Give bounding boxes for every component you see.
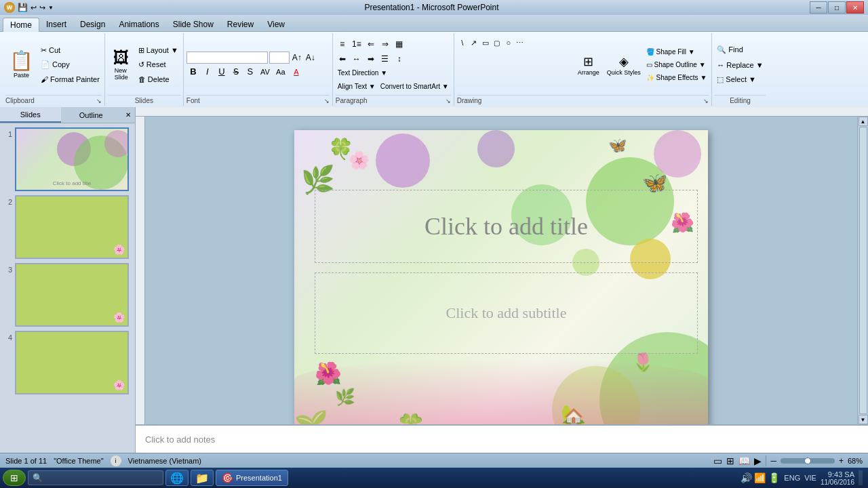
right-scrollbar[interactable]: ▲ ▼ (857, 117, 868, 424)
font-name-input[interactable] (186, 52, 268, 64)
outline-tab[interactable]: Outline (61, 107, 122, 123)
justify-btn[interactable]: ☰ (378, 52, 392, 66)
align-text-btn[interactable]: Align Text ▼ (336, 81, 378, 93)
increase-font-btn[interactable]: A↑ (291, 52, 303, 64)
convert-smartart-btn[interactable]: Convert to SmartArt ▼ (378, 81, 451, 93)
shape-line[interactable]: \ (457, 37, 468, 48)
slideshow-view-btn[interactable]: ▶ (754, 455, 762, 466)
decrease-font-btn[interactable]: A↓ (304, 52, 317, 64)
tab-home[interactable]: Home (3, 18, 39, 32)
font-color-btn[interactable]: A (289, 65, 304, 79)
tray-icons: 🔊 📶 🔋 (741, 472, 781, 483)
format-painter-btn[interactable]: 🖌 Format Painter (39, 73, 102, 86)
arrange-btn[interactable]: ⊞ Arrange (574, 46, 604, 84)
title-placeholder: Click to add title (425, 212, 588, 241)
cut-btn[interactable]: ✂ Cut (39, 44, 102, 58)
quick-styles-btn[interactable]: ◈ Quick Styles (606, 46, 642, 84)
maximize-btn[interactable]: □ (828, 1, 846, 14)
title-textbox[interactable]: Click to add title (315, 190, 698, 263)
taskbar: ⊞ 🔍 🌐 📁 🎯 Presentation1 🔊 📶 🔋 ENG VIE 9:… (0, 468, 868, 488)
paste-btn[interactable]: 📋 Paste (5, 45, 37, 85)
layout-btn[interactable]: ⊞ Layout ▼ (136, 44, 180, 58)
slide-sorter-btn[interactable]: ⊞ (726, 455, 734, 466)
canvas-scroll-area: 🌿 🍀 🌸 🦋 🦋 🌺 🌺 🌿 🌷 🌱 🍀 🏡 (145, 117, 857, 424)
text-direction-btn[interactable]: Text Direction ▼ (336, 67, 389, 79)
slide-thumb-3[interactable]: 3 🌸 (3, 263, 132, 327)
bold-btn[interactable]: B (186, 65, 200, 79)
tab-review[interactable]: Review (220, 18, 260, 31)
shape-rect[interactable]: ▭ (480, 37, 491, 48)
slides-tab[interactable]: Slides (0, 107, 61, 123)
notes-area[interactable]: Click to add notes (136, 424, 868, 453)
slide-num-3: 3 (3, 266, 12, 274)
language-info: Vietnamese (Vietnam) (128, 457, 201, 465)
delete-btn[interactable]: 🗑 Delete (136, 73, 180, 86)
select-btn[interactable]: ⬚ Select ▼ (715, 73, 765, 87)
drawing-group: \ ↗ ▭ ▢ ○ ⋯ ⊞ Arrange (454, 33, 713, 106)
increase-indent-btn[interactable]: ⇒ (378, 37, 392, 51)
zoom-in-btn[interactable]: + (839, 456, 844, 466)
tab-slideshow[interactable]: Slide Show (166, 18, 220, 31)
clipboard-label: Clipboard↘ (5, 95, 102, 104)
start-button[interactable]: ⊞ (3, 470, 26, 486)
numbered-list-btn[interactable]: 1≡ (350, 37, 363, 51)
find-btn[interactable]: 🔍 Find (715, 43, 765, 57)
normal-view-btn[interactable]: ▭ (713, 455, 722, 466)
show-desktop[interactable] (859, 470, 863, 485)
copy-btn[interactable]: 📄 Copy (39, 58, 102, 72)
char-spacing-btn[interactable]: AV (258, 65, 273, 79)
close-btn[interactable]: ✕ (846, 1, 864, 14)
shape-more[interactable]: ⋯ (515, 37, 526, 48)
shape-outline-btn[interactable]: ▭ Shape Outline ▼ (644, 59, 709, 71)
zoom-out-btn[interactable]: ─ (770, 456, 776, 466)
minimize-btn[interactable]: ─ (810, 1, 827, 14)
quick-access-dropdown[interactable]: ▼ (48, 5, 54, 11)
redo-btn[interactable]: ↪ (39, 3, 45, 12)
taskbar-powerpoint[interactable]: 🎯 Presentation1 (216, 470, 288, 486)
quick-save-btn[interactable]: 💾 (18, 3, 28, 12)
shape-rounded-rect[interactable]: ▢ (492, 37, 502, 48)
reset-btn[interactable]: ↺ Reset (136, 58, 180, 72)
tab-view[interactable]: View (260, 18, 292, 31)
taskbar-folder[interactable]: 📁 (191, 470, 214, 486)
slide-thumb-4[interactable]: 4 🌸 (3, 331, 132, 394)
search-box[interactable]: 🔍 (28, 470, 163, 485)
tab-animations[interactable]: Animations (112, 18, 165, 31)
shadow-btn[interactable]: S (243, 65, 257, 79)
slide-canvas[interactable]: 🌿 🍀 🌸 🦋 🦋 🌺 🌺 🌿 🌷 🌱 🍀 🏡 (294, 130, 708, 424)
slide-thumb-1[interactable]: 1 Click to add title (3, 127, 132, 191)
decrease-indent-btn[interactable]: ⇐ (364, 37, 378, 51)
align-right-btn[interactable]: ➡ (364, 52, 378, 66)
ribbon-content: 📋 Paste ✂ Cut 📄 Copy 🖌 Format Painter Cl… (0, 31, 868, 107)
shape-circle[interactable]: ○ (503, 37, 514, 48)
office-button[interactable]: W (4, 2, 15, 13)
close-panel-btn[interactable]: ✕ (121, 107, 135, 123)
shape-arrow[interactable]: ↗ (469, 37, 479, 48)
taskbar-ie[interactable]: 🌐 (165, 470, 189, 486)
italic-btn[interactable]: I (201, 65, 214, 79)
bullet-list-btn[interactable]: ≡ (336, 37, 349, 51)
slide-num-1: 1 (3, 130, 12, 138)
shape-effects-btn[interactable]: ✨ Shape Effects ▼ (644, 72, 709, 84)
underline-btn[interactable]: U (215, 65, 229, 79)
notes-placeholder: Click to add notes (145, 434, 215, 445)
slide-thumb-2[interactable]: 2 🌸 (3, 195, 132, 259)
zoom-slider[interactable] (781, 458, 835, 464)
editing-group: 🔍 Find ↔ Replace ▼ ⬚ Select ▼ Editing (712, 33, 768, 106)
columns-btn[interactable]: ▦ (393, 37, 406, 51)
tab-insert[interactable]: Insert (39, 18, 73, 31)
change-case-btn[interactable]: Aa (273, 65, 288, 79)
shape-fill-btn[interactable]: 🪣 Shape Fill ▼ (644, 46, 709, 58)
subtitle-textbox[interactable]: Click to add subtitle (315, 272, 698, 354)
strikethrough-btn[interactable]: S̶ (229, 65, 243, 79)
replace-btn[interactable]: ↔ Replace ▼ (715, 58, 765, 72)
font-size-input[interactable] (269, 52, 290, 64)
reading-view-btn[interactable]: 📖 (738, 455, 750, 466)
undo-btn[interactable]: ↩ (31, 3, 37, 12)
align-left-btn[interactable]: ⬅ (336, 52, 349, 66)
tab-design[interactable]: Design (73, 18, 112, 31)
new-slide-btn[interactable]: 🖼 NewSlide (108, 45, 135, 85)
line-spacing-btn[interactable]: ↕ (393, 52, 406, 66)
slides-panel: Slides Outline ✕ 1 Click to add title (0, 107, 136, 453)
align-center-btn[interactable]: ↔ (350, 52, 363, 66)
